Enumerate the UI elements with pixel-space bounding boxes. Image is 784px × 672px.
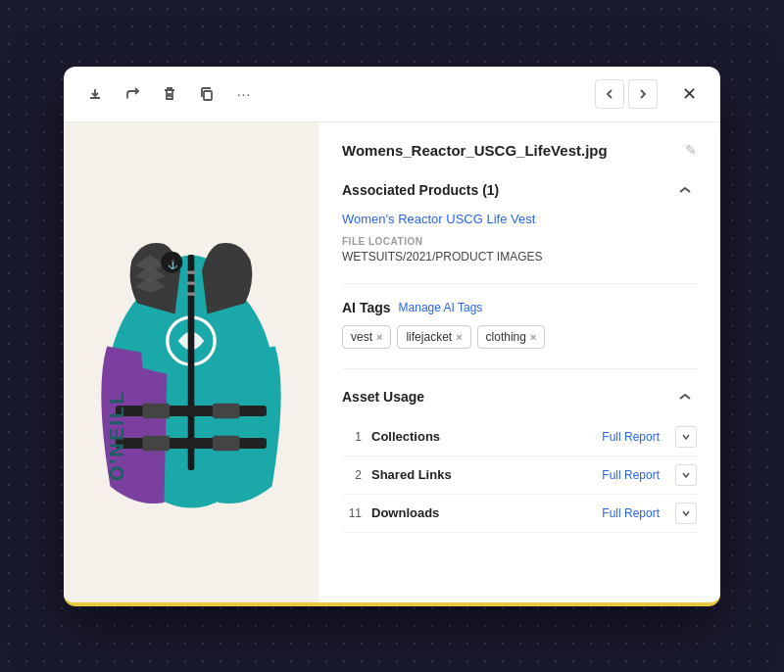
svg-text:⚓: ⚓ [168, 259, 178, 270]
delete-button[interactable] [154, 78, 185, 110]
asset-usage-section: Asset Usage 1 Collections Full Report [342, 385, 697, 533]
svg-text:O'NEILL: O'NEILL [106, 390, 127, 481]
svg-rect-6 [187, 292, 196, 295]
divider-2 [342, 368, 697, 369]
manage-ai-tags-link[interactable]: Manage AI Tags [399, 301, 483, 314]
tags-row: vest × lifejacket × clothing × [342, 325, 697, 349]
collections-full-report[interactable]: Full Report [602, 430, 660, 444]
svg-rect-9 [213, 403, 240, 417]
shared-links-full-report[interactable]: Full Report [602, 468, 660, 482]
prev-button[interactable] [595, 79, 624, 109]
toolbar: ··· ✕ [64, 67, 720, 122]
asset-usage-title: Asset Usage [342, 389, 424, 405]
divider-1 [342, 283, 697, 284]
shared-links-label: Shared Links [371, 467, 592, 482]
toolbar-left: ··· [79, 78, 587, 110]
file-title-row: Womens_Reactor_USCG_LifeVest.jpg ✎ [342, 142, 697, 159]
asset-usage-header: Asset Usage [342, 385, 697, 408]
tag-clothing: clothing × [477, 325, 546, 349]
shared-links-dropdown[interactable] [675, 464, 697, 486]
file-location-value: WETSUITS/2021/PRODUCT IMAGES [342, 250, 697, 264]
shared-links-count: 2 [342, 468, 362, 482]
svg-rect-11 [143, 435, 171, 450]
product-image: O'NEILL ⚓ [83, 142, 299, 583]
more-button[interactable]: ··· [228, 78, 260, 110]
collections-dropdown[interactable] [675, 426, 697, 448]
modal-container: ··· ✕ [64, 67, 720, 606]
content-area: O'NEILL ⚓ Womens_Reactor_USCG_LifeVest.j… [64, 122, 720, 602]
collections-row: 1 Collections Full Report [342, 418, 697, 456]
asset-usage-toggle[interactable] [673, 385, 697, 408]
file-title: Womens_Reactor_USCG_LifeVest.jpg [342, 142, 677, 159]
share-button[interactable] [117, 78, 148, 110]
image-panel: O'NEILL ⚓ [64, 122, 318, 602]
associated-products-toggle[interactable] [673, 178, 697, 202]
svg-rect-10 [116, 438, 267, 449]
close-button[interactable]: ✕ [673, 78, 705, 110]
downloads-dropdown[interactable] [675, 503, 697, 524]
downloads-row: 11 Downloads Full Report [342, 495, 697, 533]
ai-tags-title: AI Tags [342, 300, 391, 315]
next-button[interactable] [628, 79, 658, 109]
tag-lifejacket: lifejacket × [397, 325, 470, 349]
svg-rect-7 [116, 406, 267, 416]
downloads-count: 11 [342, 506, 362, 520]
svg-rect-0 [204, 91, 212, 100]
downloads-label: Downloads [371, 505, 592, 520]
copy-button[interactable] [191, 78, 222, 110]
shared-links-row: 2 Shared Links Full Report [342, 456, 697, 495]
tag-vest: vest × [342, 325, 391, 349]
info-panel: Womens_Reactor_USCG_LifeVest.jpg ✎ Assoc… [318, 122, 720, 602]
download-button[interactable] [79, 78, 111, 110]
ai-tags-section: AI Tags Manage AI Tags vest × lifejacket… [342, 300, 697, 349]
product-link[interactable]: Women's Reactor USCG Life Vest [342, 212, 697, 226]
tag-clothing-remove[interactable]: × [530, 331, 536, 343]
collections-label: Collections [371, 429, 592, 444]
edit-icon[interactable]: ✎ [685, 142, 697, 158]
file-location-label: FILE LOCATION [342, 236, 697, 247]
tag-lifejacket-remove[interactable]: × [456, 331, 462, 343]
tag-vest-remove[interactable]: × [376, 331, 382, 343]
svg-rect-5 [187, 281, 196, 284]
associated-products-section: Associated Products (1) Women's Reactor … [342, 178, 697, 264]
svg-rect-8 [143, 403, 171, 417]
toolbar-nav [595, 79, 658, 109]
collections-count: 1 [342, 430, 362, 444]
associated-products-title: Associated Products (1) [342, 182, 499, 198]
associated-products-header: Associated Products (1) [342, 178, 697, 202]
ai-tags-header: AI Tags Manage AI Tags [342, 300, 697, 315]
svg-rect-4 [187, 270, 196, 273]
downloads-full-report[interactable]: Full Report [602, 506, 660, 520]
svg-rect-12 [213, 435, 240, 450]
